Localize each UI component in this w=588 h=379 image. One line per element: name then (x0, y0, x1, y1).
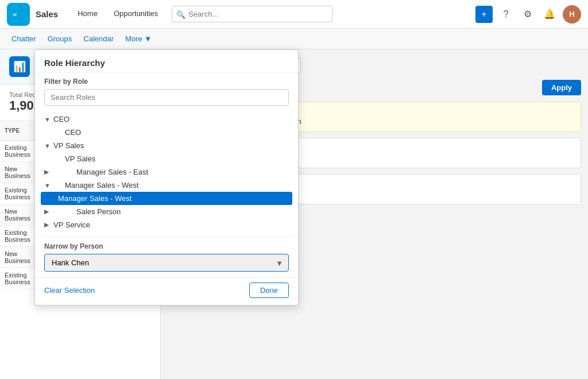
settings-icon[interactable]: ⚙ (519, 6, 536, 23)
role-item-ceo-parent[interactable]: ▼ CEO (35, 113, 298, 126)
second-nav: Chatter Groups Calendar More ▼ (0, 29, 588, 49)
narrow-select-wrap: Hank Chen ▼ (44, 254, 289, 272)
report-icon: 📊 (9, 56, 30, 77)
role-hierarchy-dropdown: Role Hierarchy Filter by Role ▼ CEO CEO … (34, 49, 299, 305)
svg-text:sf: sf (13, 12, 17, 17)
search-icon: 🔍 (176, 10, 185, 18)
nav-groups[interactable]: Groups (48, 34, 72, 43)
caret-right-icon-2: ▶ (44, 208, 53, 215)
top-right-actions: + ? ⚙ 🔔 H (475, 5, 581, 24)
add-button[interactable]: + (475, 6, 493, 23)
caret-down-icon-2: ▼ (44, 142, 53, 149)
dropdown-footer: Clear Selection Done (35, 277, 298, 305)
narrow-by-person-section: Narrow by Person Hank Chen ▼ (35, 236, 298, 272)
caret-down-icon: ▼ (44, 116, 53, 123)
filter-by-role-label: Filter by Role (35, 73, 298, 89)
caret-right-icon: ▶ (44, 168, 53, 176)
search-wrapper: 🔍 (172, 6, 332, 22)
done-button[interactable]: Done (249, 283, 289, 298)
nav-more[interactable]: More ▼ (125, 34, 152, 43)
role-item-vp-service[interactable]: ▶ VP Service (35, 218, 298, 231)
salesforce-logo[interactable]: sf (7, 3, 30, 26)
notifications-icon[interactable]: 🔔 (541, 6, 558, 23)
search-roles-wrap (35, 89, 298, 110)
role-item-ceo-child[interactable]: CEO (35, 126, 298, 139)
main-layout: 📊 REPORT Opps Overview Total Records 1,9… (0, 49, 588, 379)
role-item-mgr-east[interactable]: ▶ Manager Sales - East (35, 165, 298, 179)
nav-home[interactable]: Home (69, 0, 106, 29)
narrow-person-select[interactable]: Hank Chen (44, 254, 289, 272)
search-input[interactable] (172, 6, 332, 22)
role-item-sales-person[interactable]: ▶ Sales Person (35, 205, 298, 218)
clear-selection-button[interactable]: Clear Selection (44, 286, 95, 295)
top-nav: sf Sales Home Opportunities 🔍 + ? ⚙ 🔔 H (0, 0, 588, 29)
dropdown-title: Role Hierarchy (35, 50, 298, 73)
nav-chatter[interactable]: Chatter (11, 34, 36, 43)
nav-calendar[interactable]: Calendar (83, 34, 114, 43)
nav-opportunities[interactable]: Opportunities (106, 0, 166, 29)
role-item-vpsales-parent[interactable]: ▼ VP Sales (35, 139, 298, 152)
app-name: Sales (36, 9, 58, 19)
role-tree: ▼ CEO CEO ▼ VP Sales VP Sales ▶ Manager … (35, 110, 298, 236)
role-item-mgr-west-parent[interactable]: ▼ Manager Sales - West (35, 179, 298, 192)
search-roles-input[interactable] (44, 89, 289, 106)
role-item-vpsales-child[interactable]: VP Sales (35, 152, 298, 165)
caret-right-icon-3: ▶ (44, 221, 53, 229)
avatar[interactable]: H (563, 5, 581, 24)
help-icon[interactable]: ? (497, 6, 514, 23)
caret-down-icon-3: ▼ (44, 182, 53, 189)
role-item-mgr-west-selected[interactable]: Manager Sales - West (41, 192, 292, 205)
apply-button[interactable]: Apply (542, 80, 581, 95)
nav-links: Home Opportunities (69, 0, 166, 29)
narrow-label: Narrow by Person (44, 242, 289, 250)
